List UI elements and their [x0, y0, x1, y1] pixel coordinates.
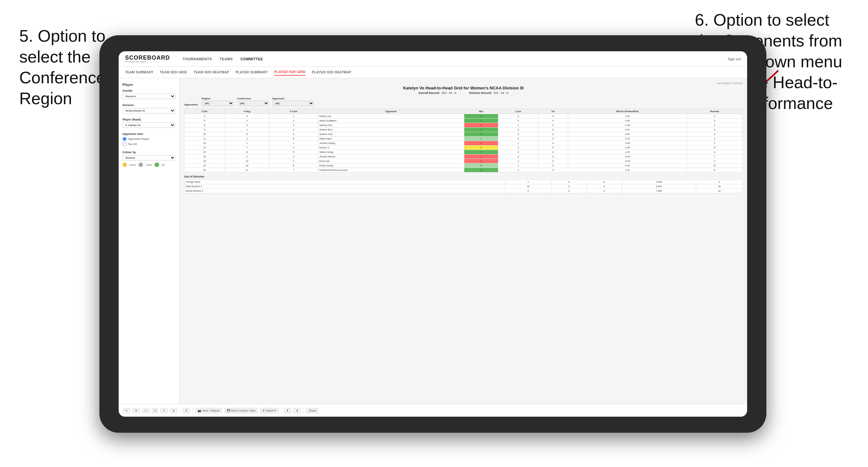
td-opponent: Jessica Huang: [318, 141, 464, 146]
ood-td-win: 1: [505, 180, 552, 184]
toolbar-forward[interactable]: ↪: [143, 408, 149, 413]
td-rounds: 6: [687, 168, 743, 173]
nav-items: TOURNAMENTS TEAMS COMMITTEE: [183, 56, 263, 62]
filter-region-label: Region: [202, 97, 234, 100]
td-win: 2: [464, 168, 498, 173]
logo-sub: Powered by clippd: [125, 61, 170, 63]
toolbar-undo[interactable]: ↩: [123, 408, 130, 413]
toolbar-share[interactable]: Share: [306, 408, 318, 413]
toolbar-add[interactable]: ⊕: [170, 408, 177, 413]
toolbar-cut[interactable]: ✂: [161, 408, 168, 413]
ood-td-opponent: NCAA Division 2: [184, 189, 505, 193]
filter-row: Opponents: Region (All) Conference (All): [184, 97, 743, 106]
td-rounds: 3: [687, 136, 743, 141]
nav-committee[interactable]: COMMITTEE: [241, 56, 263, 62]
sidebar-player-rank-section: Player (Rank) 8. Katelyn Vo: [123, 118, 176, 128]
td-reg: 6: [225, 132, 269, 136]
td-conf: 1: [269, 141, 318, 146]
td-rounds: 4: [687, 132, 743, 136]
toolbar-sep-3: [281, 407, 282, 414]
td-opponent: Stella Cheng: [318, 150, 464, 155]
radio-opponents-played-input[interactable]: [123, 137, 127, 141]
td-loss: 0: [498, 150, 538, 155]
td-reg: 1: [225, 141, 269, 146]
sub-nav-player-summary[interactable]: PLAYER SUMMARY: [235, 69, 268, 75]
toolbar-redo[interactable]: ⟳: [133, 408, 140, 413]
td-rounds: 2: [687, 141, 743, 146]
td-diff: 4.00: [568, 132, 687, 136]
nav-teams[interactable]: TEAMS: [220, 56, 233, 62]
toolbar-watch[interactable]: 👁 Watch ▾: [260, 408, 279, 413]
table-row: 9 1 4 Sharon Mun 1 0 0 3.67 3: [184, 128, 743, 132]
sub-nav-team-h2h-heatmap[interactable]: TEAM H2H HEATMAP: [194, 69, 229, 75]
td-win: 0: [464, 141, 498, 146]
td-conf: 4: [269, 128, 318, 132]
radio-top100-input[interactable]: [123, 142, 127, 146]
sidebar-gender-select[interactable]: Women's: [123, 94, 176, 99]
td-diff: 0.38: [568, 146, 687, 150]
ood-td-rounds: 30: [696, 184, 743, 189]
table-row: 11 2 5 Heejo Hyun 1 0 0 3.33 3: [184, 136, 743, 141]
sidebar-division-select[interactable]: NCAA Division III: [123, 108, 176, 114]
td-diff: 1.50: [568, 114, 687, 119]
table-row: 5 2 2 Alexis Sudjianto 1 0 0 4.00 3: [184, 119, 743, 123]
nav-tournaments[interactable]: TOURNAMENTS: [183, 56, 212, 62]
sub-nav-player-h2h-grid[interactable]: PLAYER H2H GRID: [274, 69, 306, 75]
td-win: 4: [464, 163, 498, 168]
radio-top100-label: Top 100: [128, 143, 137, 146]
toolbar-save-custom-view[interactable]: 💾 Save Custom View: [224, 408, 257, 413]
toolbar-refresh[interactable]: ↺: [183, 408, 190, 413]
td-tie: 0: [538, 159, 568, 163]
td-conf: 5: [269, 150, 318, 155]
sidebar: Player Gender Women's Division NCAA Divi…: [119, 78, 180, 404]
td-tie: 0: [538, 132, 568, 136]
td-win: 2: [464, 146, 498, 150]
tablet: SCOREBOARD Powered by clippd TOURNAMENTS…: [99, 35, 766, 433]
td-opponent: Andrea York: [318, 132, 464, 136]
sub-nav-team-summary[interactable]: TEAM SUMMARY: [125, 69, 153, 75]
th-div: # Div: [184, 109, 225, 114]
dot-down: [123, 162, 127, 167]
td-reg: 1: [225, 128, 269, 132]
td-tie: 0: [538, 146, 568, 150]
sidebar-colour-select[interactable]: Win/loss: [123, 155, 176, 161]
filter-region-select[interactable]: (All): [202, 101, 234, 106]
td-reg: 11: [225, 168, 269, 173]
td-conf: 6: [269, 163, 318, 168]
td-rounds: 7: [687, 155, 743, 159]
sidebar-player-rank-select[interactable]: 8. Katelyn Vo: [123, 122, 176, 128]
division-record: Division Record: 331 - 34 - 6: [469, 91, 508, 95]
toolbar-down[interactable]: ⬇: [294, 408, 301, 413]
ood-td-loss: 0: [552, 180, 587, 184]
toolbar-up[interactable]: ⬆: [284, 408, 291, 413]
filter-opponent-select[interactable]: (All): [272, 101, 314, 106]
td-conf: 1: [269, 114, 318, 119]
sidebar-colour-section: Colour by Win/loss Down Level Up: [123, 151, 176, 167]
ood-td-tie: 0: [586, 184, 622, 189]
radio-opponents-played-label: Opponents Played: [128, 137, 149, 141]
radio-top100[interactable]: Top 100: [123, 142, 176, 146]
header-right: Sign out: [728, 57, 741, 61]
filter-conference-select[interactable]: (All): [237, 101, 269, 106]
td-rounds: 4: [687, 150, 743, 155]
filter-conference-label: Conference: [237, 97, 269, 100]
table-row: 10 6 3 Andrea York 2 0 0 4.00 4: [184, 132, 743, 136]
td-diff: 1.33: [568, 168, 687, 173]
table-row: 6 3 3 Sydney Kuo 0 1 0 -1.00 3: [184, 123, 743, 128]
td-div: 18: [184, 159, 225, 163]
toolbar-copy[interactable]: ⎘: [152, 408, 158, 413]
td-diff: 3.33: [568, 136, 687, 141]
td-opponent: Heejo Hyun: [318, 136, 464, 141]
toolbar-view-original[interactable]: 📷 View: Original: [195, 408, 222, 413]
th-rounds: Rounds: [687, 109, 743, 114]
td-loss: 0: [498, 114, 538, 119]
sub-nav-player-h2h-heatmap[interactable]: PLAYER H2H HEATMAP: [312, 69, 351, 75]
sub-nav-team-h2h-grid[interactable]: TEAM H2H GRID: [160, 69, 187, 75]
td-diff: 1.25: [568, 150, 687, 155]
td-rounds: 2: [687, 159, 743, 163]
sign-out-link[interactable]: Sign out: [728, 57, 741, 61]
td-win: 2: [464, 132, 498, 136]
table-row: 3 3 1 Esther Lee 1 0 0 1.50 4: [184, 114, 743, 119]
td-div: 10: [184, 132, 225, 136]
radio-opponents-played[interactable]: Opponents Played: [123, 137, 176, 141]
